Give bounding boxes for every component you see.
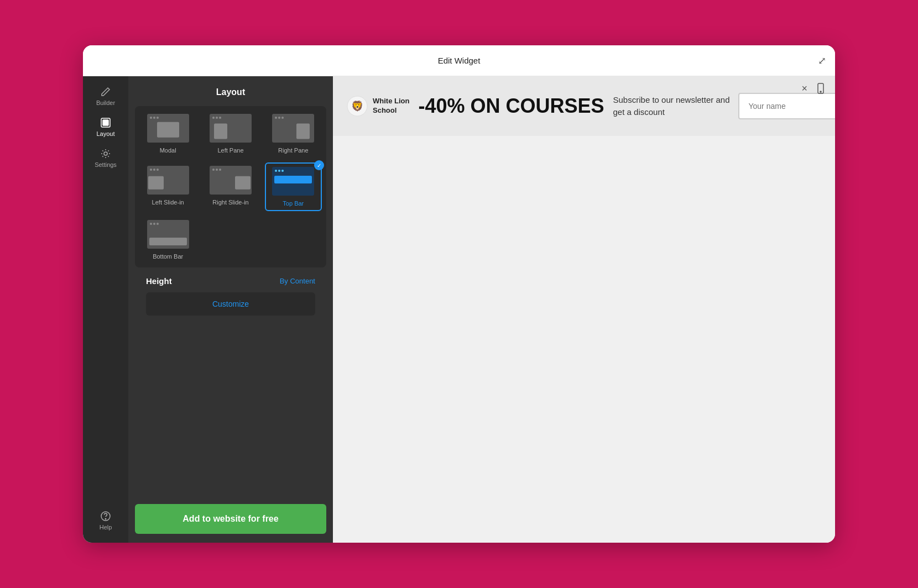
sidebar-layout-label: Layout [96,130,114,137]
by-content-link[interactable]: By Content [280,277,315,285]
right-slide-label: Right Slide-in [212,199,248,206]
layout-item-top-bar[interactable]: ✓ Top Bar [265,162,322,211]
lion-logo-icon: 🦁 [346,95,368,117]
top-bar-label: Top Bar [283,200,304,207]
layout-item-modal[interactable]: Modal [139,111,196,157]
school-name-text: White LionSchool [373,97,409,116]
sidebar-bottom: Help [83,505,128,543]
svg-point-6 [820,91,821,92]
layout-item-right-slide-in[interactable]: Right Slide-in [202,162,259,211]
bottom-bar-icon [147,220,189,249]
selected-checkmark: ✓ [314,160,324,170]
left-slide-label: Left Slide-in [152,199,184,206]
preview-area: × 🦁 White LionSchool -4 [333,76,835,543]
height-row: Height By Content [146,276,315,286]
window-title: Edit Widget [438,56,481,65]
modal-label: Modal [160,147,176,154]
sidebar: Builder Layout Settings [83,76,128,543]
left-slide-in-icon [147,166,189,195]
sidebar-settings-label: Settings [95,161,117,168]
name-input[interactable] [738,93,835,119]
close-button[interactable]: × [801,83,807,95]
svg-point-2 [104,152,107,155]
svg-text:🦁: 🦁 [351,100,364,112]
pencil-icon [100,86,111,97]
svg-point-4 [105,518,106,519]
form-fields: Submit [738,93,835,119]
subscribe-text: Subscribe to our newsletter andget a dis… [613,94,730,119]
svg-rect-1 [103,120,108,125]
customize-row: Customize [146,292,315,316]
layout-item-right-pane[interactable]: Right Pane [265,111,322,157]
layout-item-bottom-bar[interactable]: Bottom Bar [139,217,196,263]
title-bar: Edit Widget ⤢ [83,45,835,76]
modal-icon [147,114,189,143]
main-window: Edit Widget ⤢ Builder Layout [83,45,835,543]
top-bar-icon [272,167,314,196]
right-pane-icon [272,114,314,143]
layout-item-left-slide-in[interactable]: Left Slide-in [139,162,196,211]
add-to-website-button[interactable]: Add to website for free [135,504,326,534]
sidebar-help-label: Help [100,524,112,531]
expand-button[interactable]: ⤢ [818,55,826,67]
add-button-container: Add to website for free [128,495,333,543]
right-pane-label: Right Pane [278,147,308,154]
layout-panel: Layout Modal [128,76,333,543]
help-icon [100,511,111,522]
sidebar-builder-label: Builder [96,99,115,106]
main-area: Builder Layout Settings [83,76,835,543]
promo-text: -40% ON COURSES [418,95,604,118]
sidebar-item-builder[interactable]: Builder [83,81,128,112]
sidebar-item-help[interactable]: Help [83,505,128,536]
height-section: Height By Content Customize [135,267,326,324]
mobile-preview-button[interactable] [815,83,826,97]
height-label: Height [146,276,172,286]
gear-icon [100,148,111,159]
sidebar-item-layout[interactable]: Layout [83,112,128,143]
layout-grid: Modal Left Pane [135,106,326,267]
customize-link[interactable]: Customize [212,300,249,308]
sidebar-item-settings[interactable]: Settings [83,143,128,174]
left-pane-icon [210,114,252,143]
layout-grid-container: Modal Left Pane [128,106,333,495]
widget-logo: 🦁 White LionSchool [346,95,409,117]
left-pane-label: Left Pane [217,147,243,154]
layout-panel-title: Layout [128,76,333,106]
bottom-bar-label: Bottom Bar [153,253,183,260]
widget-preview: 🦁 White LionSchool -40% ON COURSES Subsc… [333,76,835,136]
school-name-block: White LionSchool [373,97,409,116]
layout-item-left-pane[interactable]: Left Pane [202,111,259,157]
right-slide-in-icon [210,166,252,195]
layout-icon [100,117,111,128]
